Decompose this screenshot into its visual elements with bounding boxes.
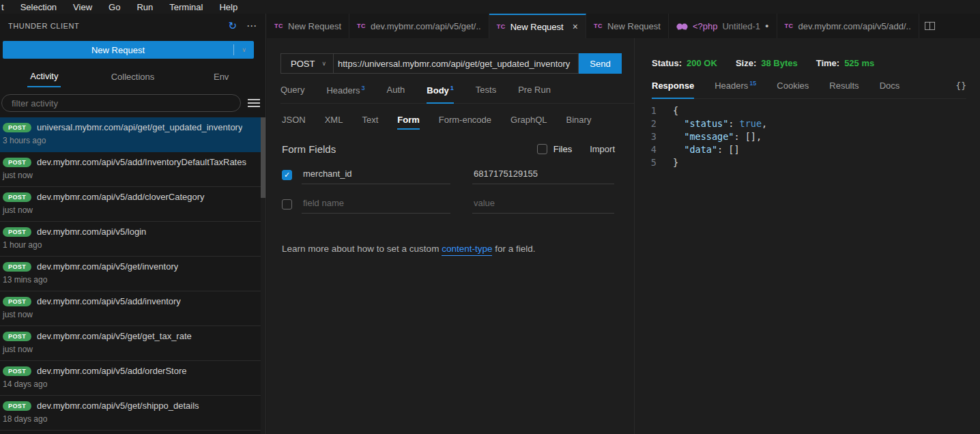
activity-list: POSTuniversal.mybmr.com/api/get/get_upda… (0, 117, 265, 434)
tab-body[interactable]: Body1 (427, 85, 454, 97)
tab-pre-run[interactable]: Pre Run (518, 85, 551, 97)
split-editor-icon[interactable] (925, 22, 935, 30)
refresh-icon[interactable]: ↻ (228, 20, 237, 32)
filter-activity-input[interactable] (1, 94, 241, 112)
tab-headers[interactable]: Headers3 (326, 85, 364, 97)
form-field-row (282, 195, 634, 214)
list-item[interactable]: POSTuniversal.mybmr.com/api/get/get_upda… (0, 117, 265, 152)
url-input[interactable] (334, 59, 578, 69)
method-select[interactable]: POST ∨ (281, 54, 334, 73)
status-value: 200 OK (687, 58, 717, 68)
response-body-editor[interactable]: 1{ 2 "status": true, 3 "message": [], 4 … (635, 104, 980, 169)
method-badge: POST (3, 227, 31, 237)
field-value-input[interactable] (472, 195, 614, 214)
thunder-client-icon: TC (785, 23, 794, 29)
tab-form-encode[interactable]: Form-encode (439, 115, 491, 130)
editor-tab-add-url[interactable]: TC dev.mybmr.com/api/v5/add/.. (777, 14, 919, 38)
tab-response-headers[interactable]: Headers15 (715, 80, 756, 92)
scrollbar-track[interactable] (261, 117, 265, 434)
more-actions-icon[interactable]: ⋯ (246, 20, 257, 32)
new-request-dropdown[interactable]: ∨ (233, 44, 254, 55)
list-item[interactable]: POSTdev.mybmr.com/api/v5/add/inventory j… (0, 291, 265, 326)
tab-tests[interactable]: Tests (476, 85, 496, 97)
tab-json[interactable]: JSON (282, 115, 306, 130)
list-item[interactable]: POSTdev.mybmr.com/api/v5/get/inventory 1… (0, 257, 265, 291)
content-type-hint: Learn more about how to set a custom con… (282, 244, 634, 254)
editor-tab-new-request-active[interactable]: TC New Request × (489, 14, 586, 38)
thunder-client-icon: TC (497, 23, 506, 30)
modified-dot-icon[interactable]: ● (765, 23, 768, 29)
php-elephant-icon (676, 22, 688, 30)
send-button[interactable]: Send (579, 53, 622, 74)
tab-auth[interactable]: Auth (387, 85, 405, 97)
method-badge: POST (3, 297, 31, 306)
tab-text[interactable]: Text (362, 115, 378, 130)
menu-item-view[interactable]: View (73, 2, 92, 12)
editor-tab-get-url[interactable]: TC dev.mybmr.com/api/v5/get/.. (349, 14, 489, 38)
field-value-input[interactable] (472, 166, 614, 184)
list-item[interactable]: POSTdev.mybmr.com/api/v5/add/customer (0, 431, 265, 434)
tab-form[interactable]: Form (397, 115, 420, 130)
form-field-row: ✓ (282, 166, 634, 184)
tab-cookies[interactable]: Cookies (777, 81, 809, 92)
menu-item-edit-clipped[interactable]: t (1, 2, 4, 12)
method-badge: POST (3, 192, 31, 202)
thunder-client-icon: TC (594, 23, 603, 29)
method-badge: POST (3, 332, 31, 341)
scrollbar-thumb[interactable] (261, 117, 265, 198)
field-name-input[interactable] (302, 195, 450, 214)
list-item[interactable]: POSTdev.mybmr.com/api/v5/add/InventoryDe… (0, 152, 265, 187)
tab-collections[interactable]: Collections (89, 66, 177, 89)
close-icon[interactable]: × (573, 21, 578, 32)
code-line: 1{ (635, 104, 980, 117)
headers-count-badge: 15 (749, 80, 756, 87)
tab-activity[interactable]: Activity (0, 66, 89, 89)
tab-results[interactable]: Results (829, 81, 859, 92)
editor-tab-php-untitled[interactable]: <?php Untitled-1 ● (669, 14, 777, 38)
time-label: Time: (816, 58, 839, 68)
body-count-badge: 1 (450, 85, 454, 91)
import-link[interactable]: Import (590, 144, 615, 154)
code-line: 2 "status": true, (635, 117, 980, 130)
tab-graphql[interactable]: GraphQL (510, 115, 547, 130)
list-item[interactable]: POSTdev.mybmr.com/api/v5/add/cloverCateg… (0, 187, 265, 222)
method-badge: POST (3, 366, 31, 376)
new-request-button[interactable]: New Request ∨ (3, 41, 254, 59)
menu-item-run[interactable]: Run (136, 2, 153, 12)
status-label: Status: (652, 58, 682, 68)
list-item[interactable]: POSTdev.mybmr.com/api/v5/get/shippo_deta… (0, 396, 265, 431)
list-item[interactable]: POSTdev.mybmr.com/api/v5/login 1 hour ag… (0, 222, 265, 257)
list-item[interactable]: POSTdev.mybmr.com/api/v5/add/orderStore … (0, 361, 265, 396)
thunder-client-icon: TC (274, 23, 283, 29)
field-enabled-checkbox[interactable] (282, 199, 292, 209)
tab-docs[interactable]: Docs (880, 81, 900, 92)
menu-item-selection[interactable]: Selection (20, 2, 57, 12)
tab-xml[interactable]: XML (325, 115, 343, 130)
response-tabs: Response Headers15 Cookies Results Docs … (652, 80, 966, 99)
field-enabled-checkbox[interactable]: ✓ (282, 170, 292, 180)
request-panel: POST ∨ Send Query Headers3 Auth Body1 Te… (267, 38, 635, 434)
menu-item-help[interactable]: Help (219, 2, 237, 12)
form-fields-heading: Form Fields (282, 143, 537, 155)
response-panel: Status: 200 OK Size: 38 Bytes Time: 525 … (635, 38, 980, 434)
menu-hamburger-icon[interactable] (248, 99, 260, 107)
content-type-link[interactable]: content-type (442, 244, 492, 256)
field-name-input[interactable] (302, 166, 450, 184)
list-item[interactable]: POSTdev.mybmr.com/api/v5/get/get_tax_rat… (0, 326, 265, 361)
time-value: 525 ms (844, 58, 874, 68)
tab-response[interactable]: Response (652, 81, 694, 92)
tab-env[interactable]: Env (177, 66, 265, 89)
editor-area: TC New Request TC dev.mybmr.com/api/v5/g… (267, 14, 980, 434)
thunder-client-icon: TC (357, 23, 366, 29)
tab-query[interactable]: Query (280, 85, 304, 97)
chevron-down-icon: ∨ (242, 46, 246, 53)
editor-tab-new-request-1[interactable]: TC New Request (267, 14, 349, 38)
tab-binary[interactable]: Binary (566, 115, 592, 130)
format-json-icon[interactable]: {} (955, 81, 966, 91)
method-badge: POST (3, 262, 31, 272)
menu-item-terminal[interactable]: Terminal (169, 2, 203, 12)
code-line: 4 "data": [] (635, 143, 980, 156)
menu-item-go[interactable]: Go (109, 2, 120, 12)
files-checkbox[interactable] (537, 144, 547, 154)
editor-tab-new-request-2[interactable]: TC New Request (586, 14, 669, 38)
